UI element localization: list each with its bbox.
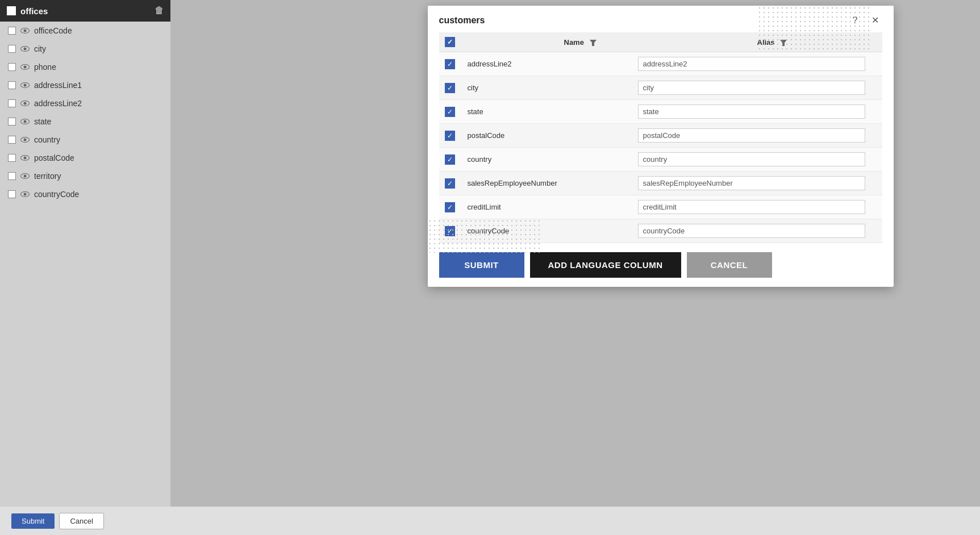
row-scroll-3 xyxy=(871,124,882,148)
row-checkbox-2[interactable]: ✓ xyxy=(445,107,455,117)
modal-header: customers ? ✕ xyxy=(428,6,894,32)
trash-icon[interactable]: 🗑 xyxy=(155,6,164,16)
submit-button[interactable]: SUBMIT xyxy=(439,252,524,278)
row-checkbox-0[interactable]: ✓ xyxy=(445,59,455,69)
row-alias-cell-1 xyxy=(632,76,871,100)
sidebar-checkbox-country[interactable] xyxy=(8,136,16,144)
modal-footer: SUBMIT ADD LANGUAGE COLUMN CANCEL xyxy=(428,243,894,287)
row-checkbox-5[interactable]: ✓ xyxy=(445,178,455,189)
eye-icon-countryCode xyxy=(20,191,30,197)
sidebar-item-phone[interactable]: phone xyxy=(0,58,170,76)
svg-marker-1 xyxy=(780,40,787,46)
sidebar-checkbox-postalCode[interactable] xyxy=(8,154,16,162)
eye-icon-officeCode xyxy=(20,28,30,34)
help-button[interactable]: ? xyxy=(849,14,861,27)
sidebar-label-country: country xyxy=(34,135,60,144)
alias-input-0[interactable] xyxy=(638,57,865,71)
alias-filter-icon[interactable] xyxy=(780,39,787,46)
sidebar-checkbox-state[interactable] xyxy=(8,118,16,126)
row-check-6: ✓ xyxy=(439,195,462,219)
row-name-4: country xyxy=(462,148,632,172)
row-checkbox-4[interactable]: ✓ xyxy=(445,154,455,165)
row-scroll-2 xyxy=(871,100,882,124)
table-body: ✓ addressLine2 ✓ city ✓ state xyxy=(439,52,882,243)
row-alias-cell-5 xyxy=(632,172,871,195)
eye-icon-territory xyxy=(20,173,30,179)
sidebar-checkbox-phone[interactable] xyxy=(8,63,16,71)
modal-dialog: customers ? ✕ ✓ Name xyxy=(428,6,894,287)
sidebar-label-countryCode: countryCode xyxy=(34,190,79,199)
sidebar-item-state[interactable]: state xyxy=(0,112,170,131)
alias-input-2[interactable] xyxy=(638,105,865,119)
modal-title: customers xyxy=(439,15,485,26)
sidebar-item-officeCode[interactable]: officeCode xyxy=(0,22,170,40)
name-filter-icon[interactable] xyxy=(590,39,597,46)
row-name-2: state xyxy=(462,100,632,124)
sidebar-label-postalCode: postalCode xyxy=(34,153,74,162)
sidebar-checkbox-addressLine2[interactable] xyxy=(8,99,16,107)
bottom-cancel-button[interactable]: Cancel xyxy=(59,513,103,529)
select-all-checkbox[interactable]: ✓ xyxy=(445,37,455,47)
alias-input-4[interactable] xyxy=(638,152,865,166)
sidebar-item-city[interactable]: city xyxy=(0,40,170,58)
row-scroll-7 xyxy=(871,219,882,243)
row-name-1: city xyxy=(462,76,632,100)
modal-table-wrapper: ✓ Name Alias xyxy=(428,32,894,243)
columns-table: ✓ Name Alias xyxy=(439,32,882,243)
sidebar-item-country[interactable]: country xyxy=(0,131,170,149)
row-name-0: addressLine2 xyxy=(462,52,632,76)
row-alias-cell-4 xyxy=(632,148,871,172)
sidebar-item-territory[interactable]: territory xyxy=(0,167,170,185)
sidebar-item-countryCode[interactable]: countryCode xyxy=(0,185,170,203)
row-alias-cell-0 xyxy=(632,52,871,76)
alias-input-5[interactable] xyxy=(638,176,865,190)
table-row: ✓ state xyxy=(439,100,882,124)
sidebar-label-state: state xyxy=(34,117,51,126)
table-row: ✓ countryCode xyxy=(439,219,882,243)
row-checkbox-7[interactable]: ✓ xyxy=(445,226,455,236)
row-scroll-4 xyxy=(871,148,882,172)
table-row: ✓ creditLimit xyxy=(439,195,882,219)
row-alias-cell-3 xyxy=(632,124,871,148)
alias-input-1[interactable] xyxy=(638,81,865,95)
eye-icon-addressLine1 xyxy=(20,82,30,88)
modal-header-icons: ? ✕ xyxy=(849,14,882,27)
row-check-1: ✓ xyxy=(439,76,462,100)
cancel-button[interactable]: CANCEL xyxy=(687,252,772,278)
alias-col-header: Alias xyxy=(752,32,871,52)
row-check-0: ✓ xyxy=(439,52,462,76)
scroll-col-header xyxy=(871,32,882,52)
table-icon xyxy=(7,6,16,15)
row-name-5: salesRepEmployeeNumber xyxy=(462,172,632,195)
row-check-5: ✓ xyxy=(439,172,462,195)
row-check-4: ✓ xyxy=(439,148,462,172)
sidebar-checkbox-territory[interactable] xyxy=(8,172,16,180)
eye-icon-addressLine2 xyxy=(20,101,30,106)
eye-icon-country xyxy=(20,137,30,143)
sidebar-item-postalCode[interactable]: postalCode xyxy=(0,149,170,167)
row-checkbox-3[interactable]: ✓ xyxy=(445,131,455,141)
row-check-2: ✓ xyxy=(439,100,462,124)
sidebar-checkbox-city[interactable] xyxy=(8,45,16,53)
add-language-button[interactable]: ADD LANGUAGE COLUMN xyxy=(530,252,681,278)
row-check-7: ✓ xyxy=(439,219,462,243)
sidebar-label-phone: phone xyxy=(34,62,56,72)
alias-input-7[interactable] xyxy=(638,224,865,238)
sidebar-header-left: offices xyxy=(7,6,48,16)
row-name-7: countryCode xyxy=(462,219,632,243)
close-button[interactable]: ✕ xyxy=(868,14,882,27)
sidebar-label-addressLine1: addressLine1 xyxy=(34,81,82,90)
row-scroll-0 xyxy=(871,52,882,76)
sidebar-item-addressLine1[interactable]: addressLine1 xyxy=(0,76,170,94)
alias-input-3[interactable] xyxy=(638,128,865,143)
row-checkbox-6[interactable]: ✓ xyxy=(445,202,455,212)
row-alias-cell-2 xyxy=(632,100,871,124)
sidebar-label-city: city xyxy=(34,44,46,53)
alias-input-6[interactable] xyxy=(638,200,865,214)
sidebar-checkbox-countryCode[interactable] xyxy=(8,190,16,198)
sidebar-checkbox-addressLine1[interactable] xyxy=(8,81,16,89)
bottom-submit-button[interactable]: Submit xyxy=(11,513,55,529)
sidebar-checkbox-officeCode[interactable] xyxy=(8,27,16,35)
sidebar-item-addressLine2[interactable]: addressLine2 xyxy=(0,94,170,112)
row-checkbox-1[interactable]: ✓ xyxy=(445,83,455,93)
